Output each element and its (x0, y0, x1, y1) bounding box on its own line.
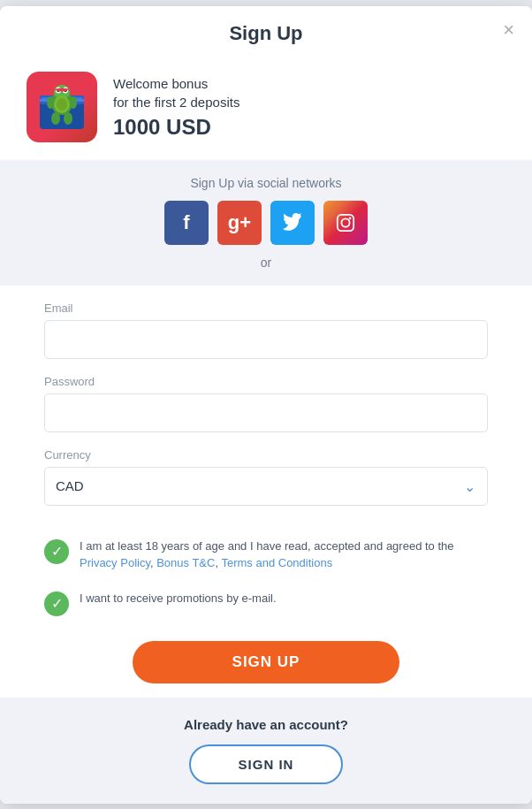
password-group: Password (44, 375, 488, 432)
signin-label: Already have an account? (18, 717, 514, 732)
checkmark-icon: ✓ (51, 545, 63, 559)
privacy-policy-link[interactable]: Privacy Policy (80, 556, 150, 569)
terms-conditions-link[interactable]: Terms and Conditions (221, 556, 332, 569)
svg-point-16 (51, 112, 60, 125)
email-label: Email (44, 301, 488, 315)
close-button[interactable]: × (503, 20, 514, 40)
password-label: Password (44, 375, 488, 388)
social-icons-row: f g+ (18, 201, 514, 245)
signup-modal: Sign Up × (0, 6, 532, 804)
signup-button-wrap: SIGN UP (0, 623, 532, 698)
promotions-text: I want to receive promotions by e-mail. (80, 590, 277, 607)
facebook-button[interactable]: f (164, 201, 209, 245)
social-section: Sign Up via social networks f g+ or (0, 160, 532, 286)
modal-header: Sign Up × (0, 6, 532, 57)
bonus-text: Welcome bonus for the first 2 deposits 1… (113, 74, 239, 140)
terms-text: I am at least 18 years of age and I have… (80, 538, 488, 572)
signin-section: Already have an account? SIGN IN (0, 698, 532, 804)
or-divider: or (18, 256, 514, 270)
bonus-image (27, 72, 97, 142)
currency-select[interactable]: CAD USD EUR GBP AUD (44, 467, 488, 506)
bonus-section: Welcome bonus for the first 2 deposits 1… (0, 57, 532, 160)
modal-title: Sign Up (229, 22, 302, 45)
promotions-checkbox[interactable]: ✓ (44, 591, 69, 616)
bonus-amount: 1000 USD (113, 115, 239, 140)
terms-checkbox[interactable]: ✓ (44, 539, 69, 564)
bonus-label-line1: Welcome bonus for the first 2 deposits (113, 74, 239, 111)
twitter-button[interactable] (270, 201, 315, 245)
instagram-button[interactable] (323, 201, 368, 245)
password-input[interactable] (44, 393, 488, 432)
svg-point-13 (57, 98, 67, 111)
email-input[interactable] (44, 320, 488, 359)
svg-point-14 (47, 96, 54, 109)
promotions-checkbox-row: ✓ I want to receive promotions by e-mail… (0, 583, 532, 623)
currency-group: Currency CAD USD EUR GBP AUD ⌄ (44, 448, 488, 506)
terms-checkbox-row: ✓ I am at least 18 years of age and I ha… (0, 530, 532, 579)
svg-point-17 (64, 112, 72, 125)
svg-point-19 (341, 218, 349, 226)
svg-point-20 (349, 217, 352, 219)
form-section: Email Password Currency CAD USD EUR GBP … (0, 286, 532, 530)
currency-select-wrapper: CAD USD EUR GBP AUD ⌄ (44, 467, 488, 506)
currency-label: Currency (44, 448, 488, 462)
signin-button[interactable]: SIGN IN (189, 744, 344, 784)
email-group: Email (44, 301, 488, 359)
svg-line-10 (50, 89, 54, 94)
social-label: Sign Up via social networks (18, 176, 514, 190)
bonus-tnc-link[interactable]: Bonus T&C (156, 556, 215, 569)
svg-rect-18 (338, 214, 353, 230)
signup-button[interactable]: SIGN UP (133, 641, 399, 683)
checkmark-icon-2: ✓ (51, 597, 63, 611)
svg-line-11 (70, 89, 73, 94)
google-plus-button[interactable]: g+ (217, 201, 262, 245)
bonus-illustration (31, 76, 93, 138)
svg-point-15 (70, 96, 77, 109)
